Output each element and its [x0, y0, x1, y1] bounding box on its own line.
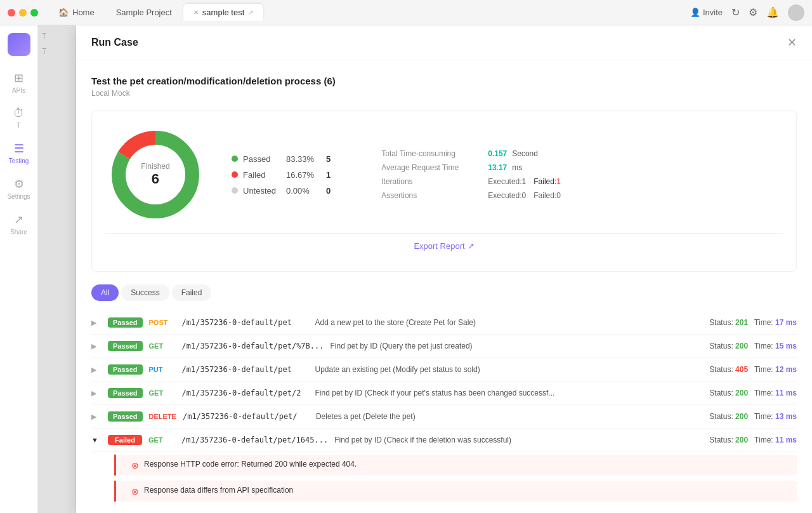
modal-body: Test the pet creation/modification/delet… [76, 60, 812, 513]
test-description: Find pet by ID (Check if your pet's stat… [315, 389, 704, 397]
untested-count: 0 [326, 186, 331, 196]
assertions-sub: Executed:0 Failed:0 [488, 191, 561, 200]
bell-icon[interactable]: 🔔 [766, 6, 779, 18]
assertions-executed: Executed:0 [488, 191, 526, 200]
error-text-2: Response data differs from API specifica… [144, 486, 293, 495]
iterations-label: Iterations [381, 177, 483, 186]
run-stats: Total Time-consuming 0.157 Second Averag… [381, 149, 561, 200]
sidebar-item-settings[interactable]: ⚙ Settings [3, 172, 36, 205]
close-traffic-light[interactable] [8, 9, 15, 17]
test-list: ▶ Passed POST /m1/357236-0-default/pet A… [91, 311, 797, 504]
test-description: Deletes a pet (Delete the pet) [316, 412, 703, 421]
share-icon: ↗ [14, 213, 23, 227]
refresh-icon[interactable]: ↻ [731, 6, 740, 18]
external-link-icon: ↗ [248, 9, 253, 16]
avatar[interactable] [788, 4, 804, 21]
test-time: Time: 11 ms [754, 436, 797, 444]
close-icon[interactable]: ✕ [193, 9, 199, 16]
test-status: Status: 200 [709, 342, 748, 350]
test-status: Status: 200 [709, 389, 748, 397]
stat-avg-req: Average Request Time 13.17 ms [381, 163, 561, 172]
test-time: Time: 13 ms [754, 412, 797, 421]
filter-all[interactable]: All [91, 284, 119, 301]
finished-label: Finished [141, 162, 169, 171]
sidebar-item-apis[interactable]: ⊞ APIs [3, 66, 36, 99]
status-badge: Passed [108, 388, 143, 398]
iterations-executed: Executed:1 [488, 177, 526, 186]
error-text-1: Response HTTP code error: Returned 200 w… [144, 460, 357, 469]
titlebar: 🏠 Home Sample Project ✕ sample test ↗ 👤 … [0, 0, 812, 25]
chevron-down-icon[interactable]: ▼ [91, 436, 102, 444]
untested-label: Untested [243, 186, 281, 196]
stat-total-time: Total Time-consuming 0.157 Second [381, 149, 561, 158]
test-row: ▶ Passed PUT /m1/357236-0-default/pet Up… [91, 358, 797, 382]
test-row: ▶ Passed POST /m1/357236-0-default/pet A… [91, 311, 797, 335]
maximize-traffic-light[interactable] [30, 9, 38, 17]
passed-dot [232, 156, 238, 162]
filter-failed[interactable]: Failed [172, 284, 212, 301]
total-time-value: 0.157 [488, 149, 507, 158]
tab-sample-project[interactable]: Sample Project [106, 4, 182, 21]
error-icon: ⊗ [131, 486, 139, 496]
filter-tabs: All Success Failed [91, 284, 797, 301]
sidebar-item-history[interactable]: ⏱ T [3, 102, 36, 134]
untested-pct: 0.00% [286, 186, 321, 196]
history-icon: ⏱ [13, 107, 25, 120]
donut-chart: Finished 6 [105, 124, 206, 225]
test-path: /m1/357236-0-default/pet/ [183, 412, 310, 421]
modal-overlay: Run Case ✕ Test the pet creation/modific… [38, 25, 812, 513]
test-description: Update an existing pet (Modify pet statu… [315, 365, 704, 374]
legend-failed: Failed 16.67% 1 [232, 170, 331, 180]
sidebar-item-testing[interactable]: ☰ Testing [3, 137, 36, 170]
legend-untested: Untested 0.00% 0 [232, 186, 331, 196]
legend-passed: Passed 83.33% 5 [232, 154, 331, 164]
gear-icon[interactable]: ⚙ [749, 6, 757, 18]
failed-pct: 16.67% [286, 170, 321, 180]
home-icon: 🏠 [58, 8, 69, 17]
chevron-right-icon[interactable]: ▶ [91, 342, 102, 350]
method-label: GET [149, 389, 176, 397]
tab-sample-test[interactable]: ✕ sample test ↗ [183, 4, 263, 21]
failed-dot [232, 171, 238, 178]
total-time-unit: Second [512, 149, 538, 158]
status-badge: Passed [108, 341, 143, 351]
test-time: Time: 12 ms [754, 365, 797, 374]
modal-close-button[interactable]: ✕ [787, 36, 797, 50]
export-report-link[interactable]: Export Report ↗ [414, 241, 474, 251]
untested-dot [232, 187, 238, 194]
test-description: Find pet by ID (Query the pet just creat… [331, 342, 704, 350]
avg-req-value: 13.17 [488, 163, 507, 172]
avg-req-label: Average Request Time [381, 163, 483, 172]
iterations-sub: Executed:1 Failed:1 [488, 177, 561, 186]
sidebar-item-share[interactable]: ↗ Share [3, 208, 36, 241]
test-status: Status: 200 [709, 436, 748, 444]
iterations-failed: Failed:1 [534, 177, 561, 186]
failed-count: 1 [326, 170, 331, 180]
chevron-right-icon[interactable]: ▶ [91, 413, 102, 421]
modal-title: Run Case [91, 37, 138, 48]
test-path: /m1/357236-0-default/pet/2 [182, 389, 309, 397]
tab-home[interactable]: 🏠 Home [48, 4, 105, 21]
export-row: Export Report ↗ [105, 233, 783, 258]
app-body: ⊞ APIs ⏱ T ☰ Testing ⚙ Settings ↗ Share … [0, 25, 812, 513]
test-status: Status: 201 [709, 318, 748, 327]
tab-bar: 🏠 Home Sample Project ✕ sample test ↗ [48, 4, 690, 21]
avg-req-unit: ms [512, 163, 522, 172]
chevron-right-icon[interactable]: ▶ [91, 366, 102, 374]
chevron-right-icon[interactable]: ▶ [91, 389, 102, 397]
sidebar: ⊞ APIs ⏱ T ☰ Testing ⚙ Settings ↗ Share [0, 25, 38, 513]
invite-button[interactable]: 👤 Invite [690, 8, 723, 17]
chevron-right-icon[interactable]: ▶ [91, 319, 102, 327]
minimize-traffic-light[interactable] [19, 9, 27, 17]
modal-header: Run Case ✕ [76, 25, 812, 60]
header-right: 👤 Invite ↻ ⚙ 🔔 [690, 4, 804, 21]
status-badge: Passed [108, 411, 143, 422]
main-content: T T Run Case ✕ Test the pet creation/mod… [38, 25, 812, 513]
stat-assertions: Assertions Executed:0 Failed:0 [381, 191, 561, 200]
filter-success[interactable]: Success [121, 284, 169, 301]
test-path: /m1/357236-0-default/pet/%7B... [182, 342, 324, 350]
test-status: Status: 200 [709, 412, 748, 421]
run-case-modal: Run Case ✕ Test the pet creation/modific… [76, 25, 812, 513]
status-badge: Failed [108, 435, 142, 445]
status-badge: Passed [108, 364, 143, 375]
